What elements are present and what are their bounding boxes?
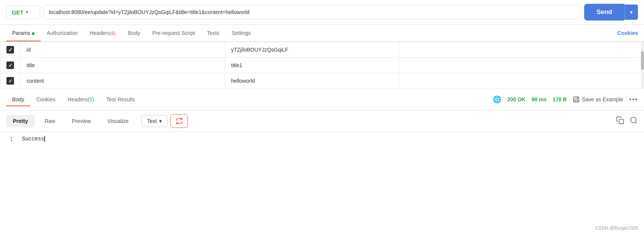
more-options-button[interactable]: •••: [629, 96, 638, 103]
row-desc-id: [399, 42, 644, 58]
wrap-icon: [175, 117, 183, 125]
svg-point-2: [631, 117, 636, 123]
response-status: 🌐 200 OK 98 ms 170 B Save as Example •••: [493, 95, 638, 104]
params-table: id yTZjiloBOUYJzQsGqiLF title title1: [0, 42, 644, 89]
tab-pre-request[interactable]: Pre-request Script: [146, 25, 201, 41]
resp-body-tab-visualize[interactable]: Visualize: [101, 115, 136, 127]
tab-params[interactable]: Params: [6, 25, 41, 41]
response-content: 1 Success: [0, 132, 644, 146]
response-body-tabs: Pretty Raw Preview Visualize Text ▾: [0, 110, 644, 132]
row-key-id: id: [20, 42, 225, 58]
text-dropdown-chevron-icon: ▾: [159, 118, 162, 124]
copy-icon[interactable]: [616, 116, 624, 126]
response-header: Body Cookies Headers(5) Test Results 🌐 2…: [0, 89, 644, 110]
send-button-group: Send ▾: [584, 4, 638, 20]
response-text: Success: [19, 136, 45, 142]
save-example-button[interactable]: Save as Example: [573, 96, 623, 103]
send-button[interactable]: Send: [584, 4, 624, 20]
resp-tab-cookies[interactable]: Cookies: [30, 93, 62, 106]
send-arrow-button[interactable]: ▾: [624, 5, 638, 20]
params-dot: [32, 32, 34, 35]
response-action-icons: [616, 116, 638, 126]
line-number: 1: [0, 136, 19, 142]
method-selector[interactable]: GET ▾: [6, 6, 40, 19]
row-key-title: title: [20, 58, 225, 73]
tab-settings[interactable]: Settings: [225, 25, 257, 41]
checkbox-title[interactable]: [6, 61, 14, 69]
url-bar: GET ▾ Send ▾: [0, 0, 644, 25]
resp-tab-headers[interactable]: Headers(5): [62, 93, 100, 106]
tab-tests[interactable]: Tests: [201, 25, 226, 41]
row-check-content[interactable]: [0, 73, 20, 89]
resp-body-tab-preview[interactable]: Preview: [65, 115, 98, 127]
tab-authorization[interactable]: Authorization: [41, 25, 84, 41]
svg-line-3: [635, 122, 637, 123]
resp-tab-body[interactable]: Body: [6, 93, 30, 106]
table-row: id yTZjiloBOUYJzQsGqiLF: [0, 42, 644, 58]
checkbox-id[interactable]: [6, 46, 14, 54]
status-time: 98 ms: [531, 96, 547, 102]
table-row: title title1: [0, 58, 644, 73]
svg-rect-1: [619, 119, 624, 124]
row-desc-title: [399, 58, 644, 73]
tab-body[interactable]: Body: [122, 25, 146, 41]
text-format-dropdown[interactable]: Text ▾: [141, 115, 167, 127]
tab-headers[interactable]: Headers(6): [84, 25, 122, 41]
save-icon: [573, 96, 580, 103]
resp-tab-test-results[interactable]: Test Results: [100, 93, 141, 106]
search-icon[interactable]: [630, 116, 638, 126]
svg-rect-0: [574, 97, 579, 102]
method-chevron-icon: ▾: [26, 9, 28, 15]
method-label: GET: [12, 9, 23, 16]
req-tabs-right: Cookies: [617, 30, 638, 36]
table-row: content helloworld: [0, 73, 644, 89]
status-code: 200 OK: [507, 96, 525, 102]
row-value-content: helloworld: [225, 73, 399, 89]
row-value-title: title1: [225, 58, 399, 73]
checkbox-content[interactable]: [6, 77, 14, 85]
row-desc-content: [399, 73, 644, 89]
footer-attribution: CSDN @Burger2325: [596, 225, 638, 231]
url-input[interactable]: [43, 5, 581, 19]
request-tabs: Params Authorization Headers(6) Body Pre…: [0, 25, 644, 42]
cookies-link[interactable]: Cookies: [617, 30, 638, 36]
row-check-title[interactable]: [0, 58, 20, 73]
resp-body-tab-raw[interactable]: Raw: [38, 115, 62, 127]
params-table-wrapper: id yTZjiloBOUYJzQsGqiLF title title1: [0, 42, 644, 89]
word-wrap-button[interactable]: [170, 114, 188, 128]
status-size: 170 B: [553, 96, 567, 102]
scrollbar-thumb[interactable]: [641, 51, 644, 70]
scrollbar-track: [641, 42, 644, 89]
globe-icon: 🌐: [493, 95, 501, 104]
row-check-id[interactable]: [0, 42, 20, 58]
row-value-id: yTZjiloBOUYJzQsGqiLF: [225, 42, 399, 58]
row-key-content: content: [20, 73, 225, 89]
resp-body-tab-pretty[interactable]: Pretty: [6, 115, 35, 127]
